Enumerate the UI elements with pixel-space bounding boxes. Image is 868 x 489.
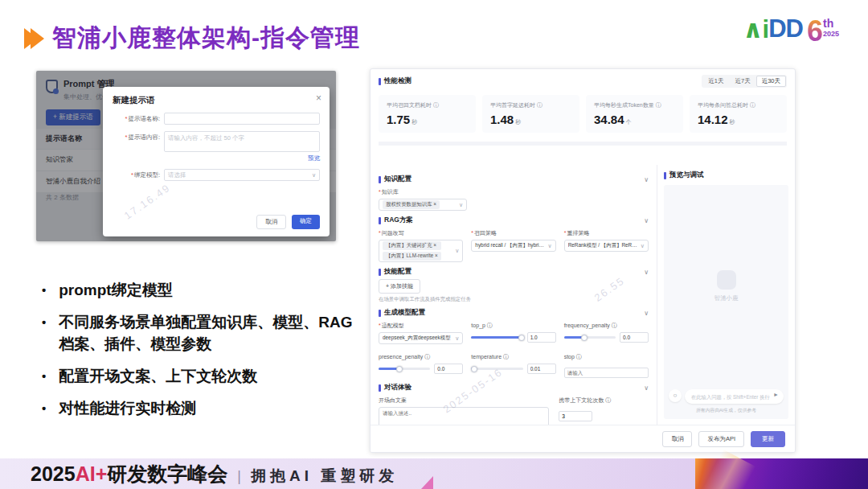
footer-slogan: 拥抱AI 重塑研发 xyxy=(251,466,398,487)
recall-label: *召回策略 xyxy=(471,229,555,237)
update-button[interactable]: 更新 xyxy=(751,431,785,447)
decor-shard xyxy=(421,476,433,489)
prompt-content-textarea[interactable] xyxy=(164,131,320,152)
rag-section: RAG方案∨ *问题改写 【内置】关键词扩充 × 【内置】LLM-rewrite… xyxy=(379,216,649,262)
context-rounds-label: 携带上下文轮次数 ⓘ xyxy=(559,397,649,405)
chevron-down-icon[interactable]: ∨ xyxy=(644,310,649,317)
context-rounds-input[interactable] xyxy=(559,411,592,421)
skills-section: 技能配置∨ + 添加技能 在场景中调取工作流及插件完成指定任务 xyxy=(379,267,649,303)
metric-label: 平均首字延迟耗时 ⓘ xyxy=(490,101,571,109)
modal-ok-button[interactable]: 确定 xyxy=(292,215,320,229)
console-footer: 取消 发布为API 更新 xyxy=(371,425,795,452)
tab-7day[interactable]: 近7天 xyxy=(729,76,755,87)
ai-disclaimer: 所有内容由AI生成，仅供参考 xyxy=(669,407,784,414)
chevron-down-icon: ∨ xyxy=(548,243,552,249)
opening-textarea[interactable] xyxy=(379,407,549,425)
recall-select[interactable]: hybrid recall / 【内置】hybrid recall ∨ xyxy=(471,240,555,252)
rewrite-select[interactable]: 【内置】关键词扩充 × 【内置】LLM-rewrite × ∨ xyxy=(379,240,463,262)
preview-question-input[interactable] xyxy=(685,389,784,404)
chevron-down-icon[interactable]: ∨ xyxy=(644,217,649,224)
adapt-model-label: *适配模型 xyxy=(379,322,463,330)
metric-card: 平均召回文档耗时 ⓘ 1.75秒 xyxy=(379,95,476,133)
tab-1day[interactable]: 近1天 xyxy=(702,76,729,87)
chevron-down-icon[interactable]: ∨ xyxy=(644,176,649,183)
info-icon[interactable]: ⓘ xyxy=(612,323,617,328)
info-icon[interactable]: ⓘ xyxy=(424,354,430,360)
clear-context-icon[interactable]: ○ xyxy=(669,389,682,402)
brand-logo-placeholder xyxy=(717,270,736,290)
top-p-input[interactable] xyxy=(527,332,556,343)
conference-logo: ∧i DD 6 th 2025 xyxy=(743,14,839,48)
skills-hint: 在场景中调取工作流及插件完成指定任务 xyxy=(379,296,649,303)
metric-label: 平均每秒生成Token数量 ⓘ xyxy=(594,101,675,109)
chevron-down-icon: ∨ xyxy=(312,172,316,179)
rerank-select[interactable]: ReRank模型 / 【内置】ReRank模型 ∨ xyxy=(564,240,649,252)
stop-label: stop ⓘ xyxy=(564,353,649,361)
footer-summit: 研发数字峰会 xyxy=(107,461,227,487)
metric-value: 1.75秒 xyxy=(387,113,468,126)
frequency-penalty-input[interactable] xyxy=(620,332,649,343)
knowledge-config-section: 知识配置∨ *知识库 股权投资数据知识库 × ∨ xyxy=(379,175,649,211)
presence-penalty-input[interactable] xyxy=(434,364,463,374)
info-icon[interactable]: ⓘ xyxy=(750,102,755,108)
performance-section: 性能检测 近1天 近7天 近30天 平均召回文档耗时 ⓘ 1.75秒 平均首字延… xyxy=(371,69,795,146)
bullet-list: •prompt绑定模型 •不同服务场景单独配置知识库、模型、RAG档案、插件、模… xyxy=(34,280,355,430)
chevron-down-icon: ∨ xyxy=(641,243,645,249)
temperature-input[interactable] xyxy=(527,364,556,374)
info-icon[interactable]: ⓘ xyxy=(433,102,439,108)
rewrite-tag[interactable]: 【内置】LLM-rewrite × xyxy=(383,252,441,261)
cancel-button[interactable]: 取消 xyxy=(662,431,692,447)
chevron-down-icon[interactable]: ∨ xyxy=(644,384,649,392)
modal-cancel-button[interactable]: 取消 xyxy=(256,215,286,229)
bind-model-select[interactable]: 请选择 ∨ xyxy=(164,169,320,181)
metric-value: 1.48秒 xyxy=(490,113,571,126)
publish-api-button[interactable]: 发布为API xyxy=(698,431,744,447)
rewrite-label: *问题改写 xyxy=(379,229,463,237)
close-icon[interactable]: × xyxy=(316,92,321,104)
opening-label: 开场白文案 xyxy=(379,397,549,405)
chevron-down-icon[interactable]: ∨ xyxy=(644,269,649,276)
bind-model-label: *绑定模型: xyxy=(113,169,164,181)
frequency-penalty-label: frequency_penalty ⓘ xyxy=(564,322,649,330)
adapt-model-select[interactable]: deepseek_内置deepseek模型 ∨ xyxy=(379,332,463,344)
chevron-down-icon: ∨ xyxy=(455,248,459,254)
stop-input[interactable] xyxy=(564,368,649,378)
kb-tag[interactable]: 股权投资数据知识库 × xyxy=(383,200,440,209)
preview-panel: 预览与调试 智浦小鹿 ○ ► 所有内容由AI生成，仅供参考 xyxy=(657,165,795,425)
kb-label: *知识库 xyxy=(379,188,649,196)
tab-30day[interactable]: 近30天 xyxy=(756,76,786,87)
kb-select[interactable]: 股权投资数据知识库 × ∨ xyxy=(379,199,467,211)
page-title: 智浦小鹿整体架构-指令管理 xyxy=(52,22,360,55)
chat-section: 对话体验∨ 开场白文案 0 / 200 携带上下文轮次数 ⓘ 追问建议 开启追问… xyxy=(379,383,649,425)
presence-penalty-slider[interactable] xyxy=(379,368,430,370)
info-icon[interactable]: ⓘ xyxy=(487,323,493,328)
slide-header: 智浦小鹿整体架构-指令管理 xyxy=(24,22,360,55)
info-icon[interactable]: ⓘ xyxy=(537,102,542,108)
info-icon[interactable]: ⓘ xyxy=(503,354,509,360)
send-icon[interactable]: ► xyxy=(773,392,779,397)
prompt-content-label: *提示语内容: xyxy=(113,131,164,162)
top-p-slider[interactable] xyxy=(471,336,522,339)
temperature-slider[interactable] xyxy=(471,368,522,370)
logo-ai: ∧i xyxy=(743,14,768,44)
chat-title: 对话体验 xyxy=(384,383,411,392)
add-skill-button[interactable]: + 添加技能 xyxy=(379,279,420,294)
rag-title: RAG方案 xyxy=(384,216,413,225)
new-prompt-modal: 新建提示语 × *提示语名称: *提示语内容: 预览 *绑定模型: 请选择 ∨ … xyxy=(103,87,330,236)
title-arrow-icon xyxy=(24,28,44,49)
metric-label: 平均每条问答总耗时 ⓘ xyxy=(698,101,779,109)
info-icon[interactable]: ⓘ xyxy=(656,102,661,108)
logo-six: 6 xyxy=(807,14,823,48)
preview-link[interactable]: 预览 xyxy=(164,154,320,162)
info-icon[interactable]: ⓘ xyxy=(605,397,611,403)
rewrite-tag[interactable]: 【内置】关键词扩充 × xyxy=(383,241,441,250)
config-column: 知识配置∨ *知识库 股权投资数据知识库 × ∨ RAG方案∨ *问题改写 【内… xyxy=(371,165,657,425)
top-p-label: top_p ⓘ xyxy=(471,322,555,330)
prompt-name-input[interactable] xyxy=(164,113,320,125)
time-range-tabs: 近1天 近7天 近30天 xyxy=(702,75,787,88)
logo-dd: DD xyxy=(768,14,803,43)
footer-year: 2025 xyxy=(31,462,76,486)
info-icon[interactable]: ⓘ xyxy=(576,354,582,360)
frequency-penalty-slider[interactable] xyxy=(564,336,616,339)
modal-title: 新建提示语 xyxy=(113,95,320,106)
